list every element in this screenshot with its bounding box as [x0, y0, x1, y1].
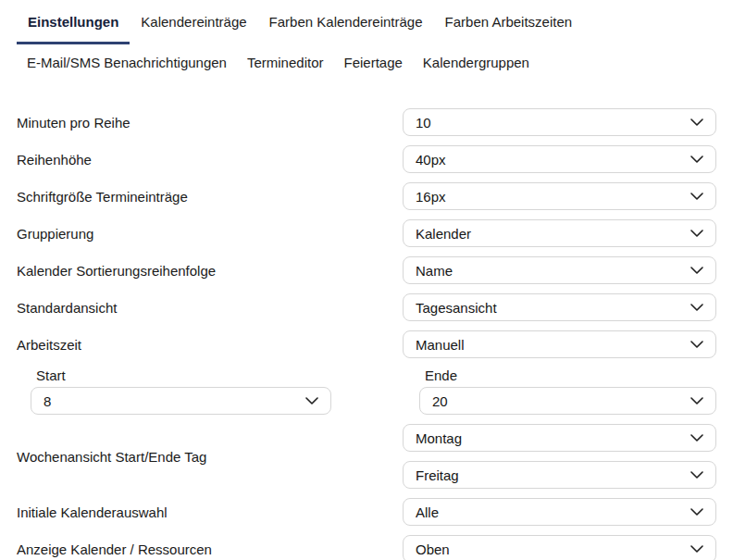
worktime-start-value: 8 [43, 393, 51, 409]
form-row-arbeitszeit: Arbeitszeit Manuell [16, 330, 716, 358]
wochenansicht-end-value: Freitag [416, 467, 459, 483]
form-row-minuten-pro-reihe: Minuten pro Reihe 10 [16, 108, 716, 136]
chevron-down-icon [690, 545, 703, 553]
chevron-down-icon [690, 304, 703, 311]
chevron-down-icon [690, 341, 703, 348]
schriftgroesse-select[interactable]: 16px [403, 182, 716, 210]
worktime-end-value: 20 [432, 393, 448, 409]
tab-feiertage[interactable]: Feiertage [333, 48, 412, 82]
worktime-end-select[interactable]: 20 [419, 387, 716, 415]
worktime-subrow: Start 8 Ende 20 [16, 367, 716, 415]
standardansicht-select[interactable]: Tagesansicht [403, 293, 716, 321]
arbeitszeit-select[interactable]: Manuell [403, 330, 716, 358]
minuten-pro-reihe-value: 10 [416, 115, 431, 131]
wochenansicht-end-select[interactable]: Freitag [403, 461, 716, 489]
chevron-down-icon [690, 508, 703, 516]
arbeitszeit-label: Arbeitszeit [16, 337, 403, 353]
tab-email-sms-benachrichtigungen[interactable]: E-Mail/SMS Benachrichtigungen [17, 48, 237, 82]
anzeige-kalender-label: Anzeige Kalender / Ressourcen [16, 541, 403, 557]
sortierung-label: Kalender Sortierungsreihenfolge [16, 263, 403, 279]
gruppierung-value: Kalender [416, 226, 471, 242]
reihenhoehe-value: 40px [416, 152, 446, 168]
standardansicht-value: Tagesansicht [416, 300, 497, 316]
tab-kalendereintraege[interactable]: Kalendereinträge [130, 7, 257, 44]
initiale-kalenderauswahl-select[interactable]: Alle [403, 498, 716, 526]
minuten-pro-reihe-select[interactable]: 10 [403, 108, 716, 136]
form-row-schriftgroesse: Schriftgröße Termineinträge 16px [16, 182, 716, 210]
tab-row-2: E-Mail/SMS Benachrichtigungen Terminedit… [17, 48, 733, 82]
worktime-start-group: Start 8 [31, 367, 331, 415]
anzeige-kalender-value: Oben [416, 541, 450, 557]
minuten-pro-reihe-label: Minuten pro Reihe [16, 115, 403, 131]
form-row-sortierung: Kalender Sortierungsreihenfolge Name [16, 256, 716, 284]
sortierung-select[interactable]: Name [403, 256, 716, 284]
sortierung-value: Name [416, 263, 453, 279]
worktime-end-group: Ende 20 [419, 367, 716, 415]
chevron-down-icon [690, 471, 703, 479]
chevron-down-icon [690, 434, 703, 442]
wochenansicht-start-select[interactable]: Montag [403, 424, 716, 452]
chevron-down-icon [690, 193, 703, 200]
tab-kalendergruppen[interactable]: Kalendergruppen [413, 48, 540, 82]
form-row-gruppierung: Gruppierung Kalender [16, 219, 716, 247]
tab-einstellungen[interactable]: Einstellungen [17, 7, 130, 44]
initiale-kalenderauswahl-label: Initiale Kalenderauswahl [16, 504, 403, 520]
form-row-initiale-kalenderauswahl: Initiale Kalenderauswahl Alle [16, 498, 716, 526]
tab-farben-kalendereintraege[interactable]: Farben Kalendereinträge [258, 7, 434, 44]
wochenansicht-start-value: Montag [416, 430, 462, 446]
chevron-down-icon [690, 118, 703, 126]
arbeitszeit-value: Manuell [416, 337, 465, 353]
anzeige-kalender-select[interactable]: Oben [403, 535, 716, 560]
tab-farben-arbeitszeiten[interactable]: Farben Arbeitszeiten [434, 7, 584, 44]
chevron-down-icon [690, 156, 703, 163]
initiale-kalenderauswahl-value: Alle [416, 504, 439, 520]
gruppierung-label: Gruppierung [16, 226, 403, 242]
chevron-down-icon [305, 397, 318, 404]
worktime-start-select[interactable]: 8 [31, 387, 331, 415]
tab-bar: Einstellungen Kalendereinträge Farben Ka… [0, 0, 733, 82]
schriftgroesse-value: 16px [416, 189, 446, 205]
form-row-anzeige-kalender: Anzeige Kalender / Ressourcen Oben [16, 535, 716, 560]
standardansicht-label: Standardansicht [16, 300, 403, 316]
wochenansicht-selects: Montag Freitag [403, 424, 716, 489]
form-row-standardansicht: Standardansicht Tagesansicht [16, 293, 716, 321]
worktime-end-label: Ende [425, 367, 716, 383]
chevron-down-icon [690, 397, 703, 404]
form-row-wochenansicht: Wochenansicht Start/Ende Tag Montag Frei… [16, 424, 716, 489]
tab-termineditor[interactable]: Termineditor [237, 48, 334, 82]
form-row-reihenhoehe: Reihenhöhe 40px [16, 145, 716, 173]
tab-row-1: Einstellungen Kalendereinträge Farben Ka… [17, 7, 733, 44]
chevron-down-icon [690, 230, 703, 237]
chevron-down-icon [690, 267, 703, 274]
worktime-start-label: Start [36, 367, 331, 383]
wochenansicht-label: Wochenansicht Start/Ende Tag [16, 449, 403, 465]
gruppierung-select[interactable]: Kalender [403, 219, 716, 247]
settings-form: Minuten pro Reihe 10 Reihenhöhe 40px Sch… [16, 108, 716, 358]
schriftgroesse-label: Schriftgröße Termineinträge [16, 189, 403, 205]
reihenhoehe-select[interactable]: 40px [403, 145, 716, 173]
reihenhoehe-label: Reihenhöhe [16, 152, 403, 168]
